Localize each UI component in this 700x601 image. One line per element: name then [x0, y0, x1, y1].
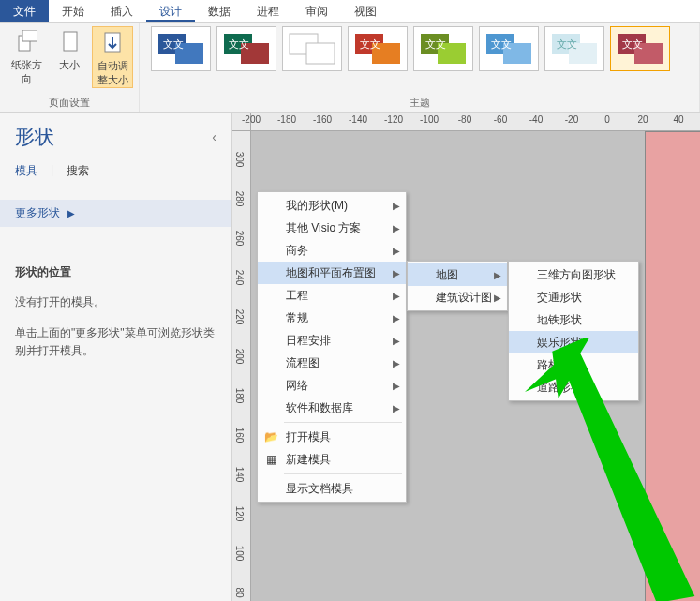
- more-shapes-label: 更多形状: [15, 205, 60, 221]
- theme-7[interactable]: 文文: [544, 26, 604, 71]
- tab-view[interactable]: 视图: [341, 0, 390, 22]
- theme-group-label: 主题: [145, 94, 693, 110]
- page-setup-group-label: 页面设置: [6, 94, 133, 110]
- menu-open-stencil[interactable]: 📂打开模具: [258, 426, 406, 448]
- menu-metro[interactable]: 地铁形状: [509, 308, 638, 331]
- menu-maps[interactable]: 地图和平面布置图▶: [258, 262, 406, 284]
- menu-road2[interactable]: 道路形状: [509, 376, 638, 398]
- map-submenu: 三维方向图形状 交通形状 地铁形状 娱乐形状 路标形状 道路形状: [508, 261, 639, 401]
- group-page-setup: 纸张方向 大小 自动调整大小 页面设置: [0, 23, 140, 112]
- size-icon: [58, 30, 81, 56]
- svg-text:文文: 文文: [622, 38, 643, 50]
- shapes-pane: 形状 ‹ 模具 | 搜索 更多形状 ▶ 形状的位置 没有打开的模具。 单击上面的…: [0, 113, 232, 601]
- menu-recreation[interactable]: 娱乐形状: [509, 331, 638, 353]
- theme-1[interactable]: 文文: [151, 26, 211, 71]
- tab-design[interactable]: 设计: [146, 0, 195, 22]
- menu-separator: [284, 422, 402, 423]
- svg-text:文文: 文文: [360, 38, 380, 50]
- menu-new-stencil[interactable]: ▦新建模具: [258, 448, 406, 471]
- menu-schedule[interactable]: 日程安排▶: [258, 329, 406, 352]
- svg-rect-1: [22, 30, 37, 41]
- menu-software-db[interactable]: 软件和数据库▶: [258, 397, 406, 419]
- theme-2[interactable]: 文文: [216, 26, 276, 71]
- group-themes: 文文 文文 文文 文文 文文 文文 文文 主题: [140, 23, 700, 112]
- orientation-button[interactable]: 纸张方向: [6, 26, 47, 88]
- hint-text: 单击上面的"更多形状"菜单可浏览形状类别并打开模具。: [15, 324, 216, 360]
- more-shapes-menu: 我的形状(M)▶ 其他 Visio 方案▶ 商务▶ 地图和平面布置图▶ 工程▶ …: [257, 191, 407, 503]
- theme-3[interactable]: [282, 26, 342, 71]
- new-stencil-icon: ▦: [263, 452, 278, 467]
- orientation-icon: [15, 30, 37, 56]
- menu-business[interactable]: 商务▶: [258, 239, 406, 262]
- ribbon: 纸张方向 大小 自动调整大小 页面设置 文文 文文 文文 文文 文文 文文 文文…: [0, 23, 700, 113]
- more-shapes-button[interactable]: 更多形状 ▶: [0, 200, 231, 227]
- svg-rect-2: [64, 32, 77, 51]
- size-button[interactable]: 大小: [49, 26, 90, 88]
- theme-6[interactable]: 文文: [479, 26, 539, 71]
- menu-road[interactable]: 路标形状: [509, 353, 638, 376]
- ruler-horizontal: -200-180-160-140-120-100-80-60-40-200204…: [251, 113, 700, 131]
- tab-insert[interactable]: 插入: [97, 0, 146, 22]
- pane-collapse-icon[interactable]: ‹: [212, 129, 216, 144]
- menu-3d-direction[interactable]: 三维方向图形状: [509, 263, 638, 286]
- menu-map[interactable]: 地图▶: [408, 263, 507, 286]
- orientation-label: 纸张方向: [9, 58, 43, 86]
- menu-general[interactable]: 常规▶: [258, 307, 406, 329]
- chevron-right-icon: ▶: [67, 208, 75, 218]
- pane-title: 形状: [15, 124, 54, 150]
- svg-text:文文: 文文: [229, 38, 249, 50]
- ruler-vertical: 30028026024022020018016014012010080: [232, 131, 251, 601]
- menu-separator-2: [284, 473, 402, 474]
- tab-home[interactable]: 开始: [49, 0, 97, 22]
- theme-4[interactable]: 文文: [348, 26, 408, 71]
- size-label: 大小: [59, 58, 80, 72]
- menu-other-visio[interactable]: 其他 Visio 方案▶: [258, 217, 406, 239]
- maps-submenu: 地图▶ 建筑设计图▶: [407, 261, 508, 311]
- menu-network[interactable]: 网络▶: [258, 374, 406, 397]
- theme-5[interactable]: 文文: [413, 26, 473, 71]
- autosize-icon: [101, 31, 124, 57]
- pane-divider: |: [51, 163, 53, 179]
- ribbon-tabs: 文件 开始 插入 设计 数据 进程 审阅 视图: [0, 0, 700, 23]
- autosize-button[interactable]: 自动调整大小: [92, 26, 133, 88]
- svg-text:文文: 文文: [557, 38, 577, 50]
- search-tab[interactable]: 搜索: [67, 163, 89, 179]
- menu-my-shapes[interactable]: 我的形状(M)▶: [258, 194, 406, 217]
- theme-8[interactable]: 文文: [610, 26, 670, 71]
- svg-text:文文: 文文: [163, 38, 184, 50]
- submenu-arrow-icon: ▶: [393, 201, 400, 211]
- svg-rect-11: [306, 43, 335, 64]
- autosize-label: 自动调整大小: [97, 59, 128, 87]
- menu-transportation[interactable]: 交通形状: [509, 286, 638, 308]
- tab-review[interactable]: 审阅: [292, 0, 341, 22]
- shape-position-heading: 形状的位置: [15, 264, 216, 280]
- page-background[interactable]: [645, 131, 700, 601]
- tab-data[interactable]: 数据: [195, 0, 244, 22]
- tab-file[interactable]: 文件: [0, 0, 49, 22]
- stencil-tab[interactable]: 模具: [15, 163, 37, 179]
- svg-text:文文: 文文: [491, 38, 512, 50]
- empty-stencil-text: 没有打开的模具。: [15, 293, 216, 311]
- menu-show-doc-stencil[interactable]: 显示文档模具: [258, 477, 406, 500]
- menu-engineering[interactable]: 工程▶: [258, 284, 406, 307]
- open-folder-icon: 📂: [263, 429, 278, 444]
- menu-flowchart[interactable]: 流程图▶: [258, 352, 406, 374]
- svg-text:文文: 文文: [425, 38, 446, 50]
- menu-building-plan[interactable]: 建筑设计图▶: [408, 286, 507, 308]
- tab-process[interactable]: 进程: [244, 0, 292, 22]
